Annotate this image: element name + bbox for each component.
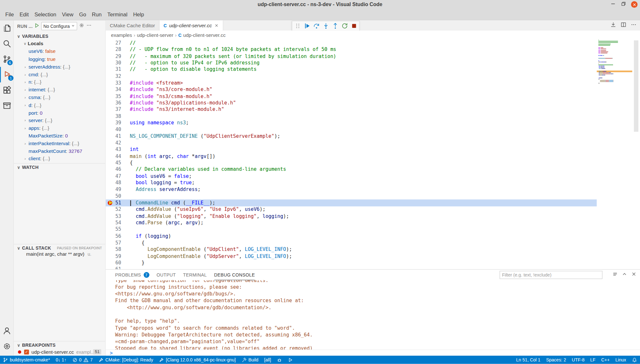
line-number[interactable]: 27 [106,39,121,46]
panel-tab-output[interactable]: OUTPUT [156,270,176,280]
line-number[interactable]: 43 [106,146,121,153]
line-number[interactable]: 36 [106,100,121,106]
line-number[interactable]: 39 [106,120,121,126]
panel-tab-problems[interactable]: PROBLEMS7 [115,270,149,280]
variable-row[interactable]: ›interPacketInterval: {...} [14,140,105,147]
line-number[interactable]: 28 [106,46,121,53]
line-number[interactable]: 33 [106,79,121,86]
status-play[interactable] [285,356,296,364]
console-filter-input[interactable] [500,271,602,279]
code-editor[interactable]: 27//28// - UDP flow from n0 to n1 of 102… [106,39,640,269]
debug-step-into-button[interactable] [322,22,330,30]
line-number[interactable]: 54 [106,219,121,226]
status-0-1[interactable]: 0↓ 1↑ [53,356,69,364]
variable-row[interactable]: ›client: {...} [14,155,105,163]
line-number[interactable]: 56 [106,233,121,239]
editor-run-action[interactable] [610,21,616,29]
debug-continue-button[interactable] [303,22,311,30]
breadcrumb-item[interactable]: udp-client-server.cc [183,32,225,38]
line-number[interactable]: 47 [106,173,121,179]
line-number[interactable]: 61 [106,266,121,269]
line-number[interactable]: 53 [106,213,121,219]
chevron-collapsed-icon[interactable]: › [24,126,29,130]
start-debugging-icon[interactable] [34,22,40,30]
variable-row[interactable]: ›serverAddress: {...} [14,63,105,71]
status-buildsystem-cmake[interactable]: buildsystem-cmake* [0,356,53,364]
line-number[interactable]: 34 [106,86,121,93]
variable-row[interactable]: ›n: {...} [14,78,105,86]
call-stack-frame[interactable]: main(int argc, char ** argv) u. [26,251,104,259]
close-tab-icon[interactable] [214,23,219,28]
activity-explorer[interactable] [0,21,14,36]
variable-row[interactable]: ›apps: {...} [14,124,105,132]
line-number[interactable]: 57 [106,239,121,246]
breakpoint-list-item[interactable]: ✓ udp-client-server.cc exampl... 51 [14,348,105,355]
chevron-collapsed-icon[interactable]: › [24,72,29,77]
panel-tab-terminal[interactable]: TERMINAL [183,270,207,280]
status-utf-8[interactable]: UTF-8 [569,356,587,364]
line-number[interactable]: 40 [106,126,121,133]
close-icon[interactable] [631,1,637,8]
chevron-collapsed-icon[interactable]: › [24,65,29,69]
close-panel-icon[interactable] [631,271,637,279]
chevron-collapsed-icon[interactable]: › [24,95,29,100]
watch-section-header[interactable]: ∨ WATCH [14,163,105,171]
status-warning[interactable]: 07 [69,356,96,364]
status-spaces-2[interactable]: Spaces: 2 [543,356,569,364]
menu-selection[interactable]: Selection [31,10,59,19]
line-number[interactable]: 48 [106,179,121,186]
menu-run[interactable]: Run [89,10,105,19]
activity-account[interactable] [0,323,14,338]
variable-row[interactable]: useV6: false [14,48,105,55]
status-bell[interactable] [629,356,640,364]
line-number[interactable]: 32 [106,73,121,79]
call-stack-section-header[interactable]: ∨ CALL STACK PAUSED ON BREAKPOINT [14,244,105,252]
status-all[interactable]: [all] [261,356,274,364]
variable-row[interactable]: ›cmd: {...} [14,70,105,78]
line-number[interactable]: 60 [106,260,121,266]
status-cmake-debug-ready[interactable]: CMake: [Debug]: Ready [96,356,156,364]
line-number[interactable]: 30 [106,60,121,66]
activity-search[interactable] [0,36,14,51]
variable-row[interactable]: port: 0 [14,109,105,117]
variable-row[interactable]: ›csma: {...} [14,94,105,101]
line-number[interactable]: 42 [106,139,121,146]
line-number[interactable]: 55 [106,226,121,233]
chevron-collapsed-icon[interactable]: › [24,119,29,123]
tab-cmake-cache-editor[interactable]: CMake Cache Editor [106,21,160,31]
menu-file[interactable]: File [3,10,17,19]
variable-row[interactable]: maxPacketCount: 32767 [14,147,105,155]
status-bug[interactable] [274,356,285,364]
split-editor-action[interactable] [620,21,627,29]
debug-step-out-button[interactable] [331,22,339,30]
menu-help[interactable]: Help [130,10,147,19]
menu-go[interactable]: Go [76,10,89,19]
debug-restart-button[interactable] [341,22,349,30]
variable-row[interactable]: logging: true [14,55,105,63]
debug-settings-gear-icon[interactable] [79,22,85,30]
activity-archive[interactable] [0,98,14,113]
breakpoints-section-header[interactable]: ∨ BREAKPOINTS [14,341,105,349]
console-options-icon[interactable] [612,271,618,279]
debug-console-output[interactable]: Type "show configuration" for configurat… [106,280,640,350]
activity-source-control[interactable]: 6 [0,51,14,67]
breakpoint-checkbox[interactable]: ✓ [24,349,29,354]
variable-row[interactable]: MaxPacketSize: 0 [14,132,105,140]
line-number[interactable]: 52 [106,206,121,213]
editor-scrollbar[interactable] [634,40,638,132]
status-build[interactable]: Build [239,356,261,364]
chevron-collapsed-icon[interactable]: › [24,88,29,92]
panel-tab-debug-console[interactable]: DEBUG CONSOLE [214,269,255,280]
minimize-icon[interactable] [610,1,616,8]
line-number[interactable]: 41 [106,133,121,140]
variables-scope-row[interactable]: ∨Locals [14,40,105,48]
editor-more-actions[interactable] [631,21,637,29]
breadcrumb-item[interactable]: udp-client-server [137,32,173,38]
status-linux[interactable]: Linux [612,356,629,364]
chevron-collapsed-icon[interactable]: › [24,80,29,84]
line-number[interactable]: 59 [106,253,121,260]
activity-settings[interactable] [0,339,14,354]
status-c[interactable]: C++ [598,356,612,364]
menu-edit[interactable]: Edit [17,10,31,19]
line-number[interactable]: 46 [106,166,121,173]
